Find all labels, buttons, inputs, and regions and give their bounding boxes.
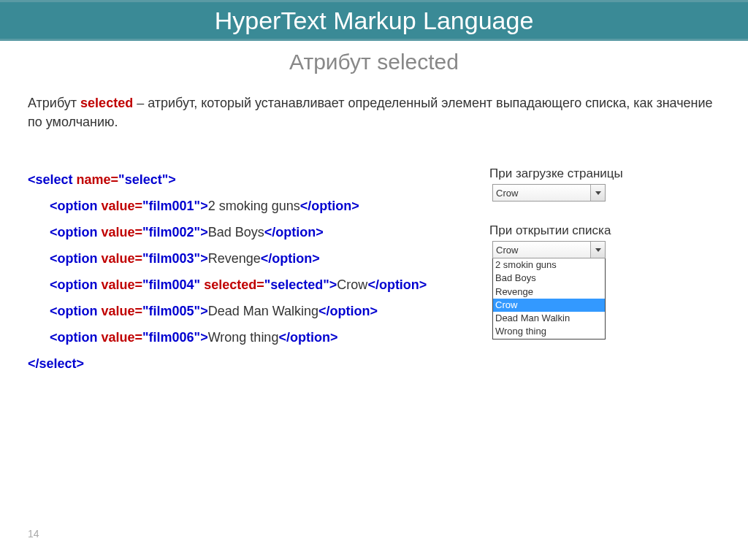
code-token: </select> [28, 356, 84, 371]
list-item[interactable]: Crow [493, 299, 605, 312]
closed-label: При загрузке страницы [489, 166, 714, 181]
code-options: <option value="film001">2 smoking guns</… [28, 193, 481, 350]
desc-pre: Атрибут [28, 96, 80, 110]
code-token: <select [28, 172, 77, 187]
page-title: HyperText Markup Language [215, 7, 534, 35]
select-open[interactable]: Crow [492, 241, 606, 258]
select-closed-value: Crow [496, 188, 518, 199]
open-label: При открытии списка [489, 223, 714, 238]
select-closed[interactable]: Crow [492, 184, 606, 202]
chevron-down-icon[interactable] [590, 185, 605, 201]
code-token: name= [77, 172, 119, 187]
chevron-down-icon[interactable] [590, 242, 605, 258]
subtitle: Атрибут selected [0, 50, 748, 74]
code-token: "select" [118, 172, 168, 187]
page-number: 14 [28, 528, 39, 540]
code-line: <option value="film003">Revenge</option> [50, 245, 481, 272]
title-bar: HyperText Markup Language [0, 0, 748, 41]
desc-keyword: selected [80, 96, 133, 110]
select-open-value: Crow [496, 245, 518, 256]
code-block: <select name="select"> <option value="fi… [28, 166, 481, 377]
list-item[interactable]: Revenge [493, 285, 605, 299]
code-line: <option value="film004" selected="select… [50, 272, 481, 298]
code-line: <option value="film005">Dead Man Walking… [50, 298, 481, 324]
list-item[interactable]: Wrong thing [493, 325, 605, 338]
list-item[interactable]: 2 smokin guns [493, 258, 605, 272]
code-token: > [168, 172, 176, 187]
code-line: <option value="film006">Wrong thing</opt… [50, 324, 481, 350]
list-item[interactable]: Dead Man Walkin [493, 312, 605, 325]
list-item[interactable]: Bad Boys [493, 272, 605, 285]
description: Атрибут selected – атрибут, который уста… [28, 93, 720, 131]
preview-col: При загрузке страницы Crow При открытии … [488, 166, 714, 377]
code-line: <option value="film001">2 smoking guns</… [50, 193, 481, 219]
dropdown-list[interactable]: 2 smokin gunsBad BoysRevengeCrowDead Man… [492, 258, 606, 340]
code-line: <option value="film002">Bad Boys</option… [50, 219, 481, 245]
